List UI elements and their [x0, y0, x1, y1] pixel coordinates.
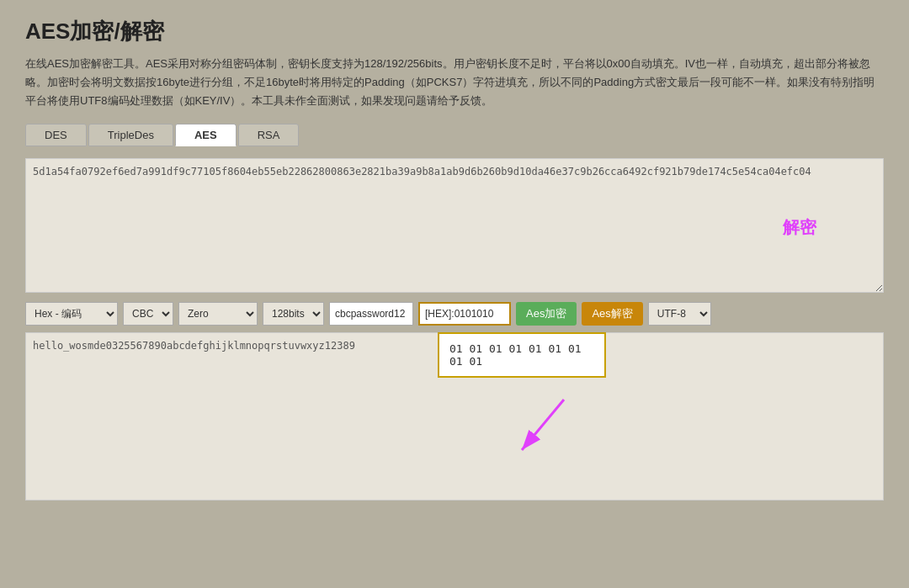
decrypt-button[interactable]: Aes解密 — [582, 302, 642, 326]
controls-row: Hex - 编码 Base64 - 编码 UTF-8 CBC ECB CFB O… — [25, 295, 884, 332]
bottom-space — [25, 503, 884, 570]
encoding-select[interactable]: Hex - 编码 Base64 - 编码 UTF-8 — [25, 302, 118, 326]
output-encoding-select[interactable]: UTF-8 Hex Base64 — [648, 302, 711, 326]
mode-select[interactable]: CBC ECB CFB OFB — [123, 302, 173, 326]
output-row: 01 01 01 01 01 01 01 01 01 — [25, 332, 884, 503]
tab-des[interactable]: DES — [25, 124, 87, 146]
encrypt-button[interactable]: Aes加密 — [516, 302, 577, 326]
main-input-container: 解密 — [25, 158, 884, 295]
tab-tripledes[interactable]: TripleDes — [88, 124, 173, 146]
tab-rsa[interactable]: RSA — [238, 124, 300, 146]
page-description: 在线AES加密解密工具。AES采用对称分组密码体制，密钥长度支持为128/192… — [25, 55, 884, 110]
tab-aes[interactable]: AES — [175, 124, 237, 146]
popup-box: 01 01 01 01 01 01 01 01 01 — [438, 332, 606, 378]
page-title: AES加密/解密 — [25, 17, 884, 46]
tab-bar: DES TripleDes AES RSA — [25, 124, 884, 146]
popup-value: 01 01 01 01 01 01 01 01 01 — [449, 342, 582, 368]
bits-select[interactable]: 128bits 192bits 256bits — [263, 302, 324, 326]
iv-input[interactable] — [418, 302, 511, 326]
key-input[interactable] — [329, 302, 413, 326]
main-input-textarea[interactable] — [25, 158, 884, 293]
padding-select[interactable]: Zero PKCS7 NoPadding — [178, 302, 258, 326]
